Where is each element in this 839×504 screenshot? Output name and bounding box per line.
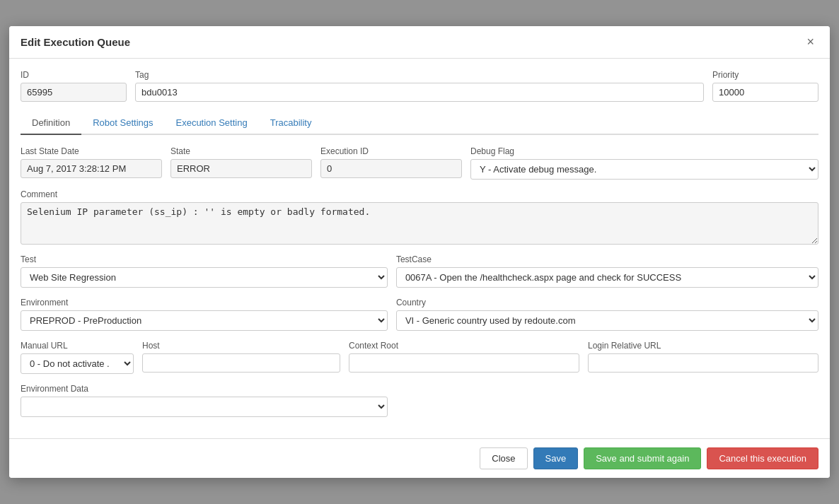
login-relative-url-input[interactable] [588, 353, 818, 373]
debug-flag-label: Debug Flag [470, 146, 818, 156]
comment-row: Comment [21, 189, 818, 245]
last-state-date-input[interactable] [21, 159, 162, 178]
comment-group: Comment [21, 189, 818, 245]
modal-body: ID Tag Priority Definition Robot Setting… [9, 59, 830, 438]
manual-url-label: Manual URL [21, 341, 134, 351]
priority-label: Priority [712, 70, 818, 80]
comment-label: Comment [21, 189, 818, 199]
env-data-row: Environment Data [21, 384, 818, 417]
priority-group: Priority [712, 70, 818, 102]
modal-close-button[interactable]: × [802, 33, 818, 51]
last-state-date-label: Last State Date [21, 146, 162, 156]
execution-id-label: Execution ID [320, 146, 462, 156]
context-root-input[interactable] [349, 353, 579, 373]
id-group: ID [21, 70, 127, 102]
modal-title: Edit Execution Queue [21, 36, 130, 48]
testcase-group: TestCase 0067A - Open the /healthcheck.a… [396, 254, 818, 288]
save-button[interactable]: Save [533, 447, 579, 469]
close-button[interactable]: Close [480, 447, 527, 469]
context-root-group: Context Root [349, 341, 579, 374]
modal-overlay: Edit Execution Queue × ID Tag Priority [0, 0, 839, 504]
tab-execution-setting[interactable]: Execution Setting [164, 112, 258, 135]
test-select[interactable]: Web Site Regression [21, 267, 388, 288]
cancel-execution-button[interactable]: Cancel this execution [707, 447, 818, 469]
id-label: ID [21, 70, 127, 80]
country-select[interactable]: VI - Generic country used by redoute.com [396, 310, 818, 331]
execution-id-group: Execution ID [320, 146, 462, 180]
environment-select[interactable]: PREPROD - PreProduction [21, 310, 388, 331]
manual-url-select[interactable]: 0 - Do not activate . 1 - Activate . [21, 353, 134, 374]
tag-input[interactable] [135, 83, 704, 102]
tabs-container: Definition Robot Settings Execution Sett… [21, 112, 818, 135]
environment-data-label: Environment Data [21, 384, 388, 394]
state-row: Last State Date State Execution ID Debug… [21, 146, 818, 180]
testcase-select[interactable]: 0067A - Open the /healthcheck.aspx page … [396, 267, 818, 288]
debug-flag-group: Debug Flag Y - Activate debug message. N… [470, 146, 818, 180]
tag-group: Tag [135, 70, 704, 102]
tag-label: Tag [135, 70, 704, 80]
modal-footer: Close Save Save and submit again Cancel … [9, 438, 830, 478]
environment-data-select[interactable] [21, 397, 388, 417]
priority-input[interactable] [712, 83, 818, 102]
debug-flag-select[interactable]: Y - Activate debug message. N - Do not a… [470, 159, 818, 180]
comment-textarea[interactable] [21, 202, 818, 245]
country-label: Country [396, 298, 818, 307]
environment-data-group: Environment Data [21, 384, 388, 417]
execution-id-input[interactable] [320, 159, 462, 178]
environment-group: Environment PREPROD - PreProduction [21, 298, 388, 331]
save-submit-button[interactable]: Save and submit again [584, 447, 701, 469]
host-label: Host [142, 341, 340, 351]
login-relative-url-group: Login Relative URL [588, 341, 818, 374]
country-group: Country VI - Generic country used by red… [396, 298, 818, 331]
test-group: Test Web Site Regression [21, 254, 388, 288]
tab-tracability[interactable]: Tracability [259, 112, 323, 135]
tab-robot-settings[interactable]: Robot Settings [81, 112, 164, 135]
tab-definition[interactable]: Definition [21, 112, 81, 135]
test-label: Test [21, 254, 388, 264]
id-input[interactable] [21, 83, 127, 102]
environment-label: Environment [21, 298, 388, 307]
testcase-label: TestCase [396, 254, 818, 264]
id-tag-priority-row: ID Tag Priority [21, 70, 818, 102]
modal-header: Edit Execution Queue × [9, 26, 830, 59]
manual-url-group: Manual URL 0 - Do not activate . 1 - Act… [21, 341, 134, 374]
context-root-label: Context Root [349, 341, 579, 351]
test-testcase-row: Test Web Site Regression TestCase 0067A … [21, 254, 818, 288]
last-state-date-group: Last State Date [21, 146, 162, 180]
url-row: Manual URL 0 - Do not activate . 1 - Act… [21, 341, 818, 374]
state-label: State [170, 146, 312, 156]
env-country-row: Environment PREPROD - PreProduction Coun… [21, 298, 818, 331]
state-group: State [170, 146, 312, 180]
host-group: Host [142, 341, 340, 374]
edit-execution-modal: Edit Execution Queue × ID Tag Priority [9, 26, 830, 478]
host-input[interactable] [142, 353, 340, 373]
state-input[interactable] [170, 159, 312, 178]
login-relative-url-label: Login Relative URL [588, 341, 818, 351]
tab-content-definition: Last State Date State Execution ID Debug… [21, 146, 818, 417]
